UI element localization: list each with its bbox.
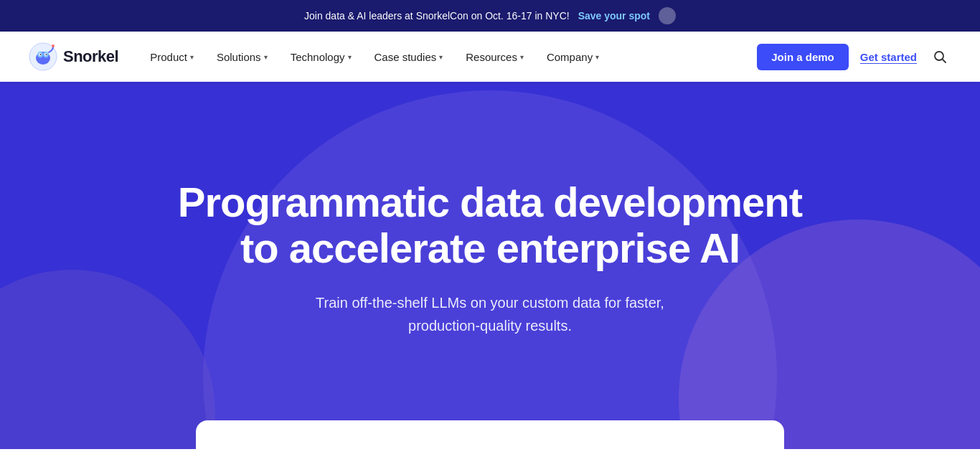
- chevron-down-icon: ▾: [439, 53, 443, 61]
- hero-title: Programmatic data development to acceler…: [167, 179, 813, 271]
- join-demo-button[interactable]: Join a demo: [757, 44, 849, 70]
- announcement-dot: [659, 7, 676, 24]
- chevron-down-icon: ▾: [595, 53, 599, 61]
- announcement-bar: Join data & AI leaders at SnorkelCon on …: [0, 0, 980, 32]
- search-button[interactable]: [928, 45, 951, 68]
- nav-item-product[interactable]: Product ▾: [140, 45, 204, 69]
- nav-logo[interactable]: Snorkel: [29, 42, 118, 71]
- announcement-text: Join data & AI leaders at SnorkelCon on …: [304, 10, 570, 22]
- nav-actions: Join a demo Get started: [757, 44, 951, 70]
- hero-blob-left: [0, 270, 215, 449]
- nav-item-company[interactable]: Company ▾: [537, 45, 609, 69]
- hero-subtitle: Train off-the-shelf LLMs on your custom …: [303, 291, 677, 337]
- chevron-down-icon: ▾: [190, 53, 194, 61]
- svg-point-8: [52, 44, 55, 47]
- chevron-down-icon: ▾: [348, 53, 352, 61]
- nav-item-resources[interactable]: Resources ▾: [456, 45, 534, 69]
- get-started-button[interactable]: Get started: [860, 51, 917, 63]
- nav-logo-text: Snorkel: [63, 47, 118, 66]
- nav-links: Product ▾ Solutions ▾ Technology ▾ Case …: [140, 45, 757, 69]
- svg-line-10: [943, 60, 946, 62]
- chevron-down-icon: ▾: [520, 53, 524, 61]
- search-icon: [933, 49, 947, 64]
- main-nav: Snorkel Product ▾ Solutions ▾ Technology…: [0, 32, 980, 82]
- svg-point-9: [935, 52, 943, 60]
- logo-icon: [29, 42, 57, 71]
- svg-point-7: [46, 54, 47, 55]
- nav-item-solutions[interactable]: Solutions ▾: [207, 45, 278, 69]
- nav-item-technology[interactable]: Technology ▾: [281, 45, 362, 69]
- announcement-cta[interactable]: Save your spot: [578, 10, 650, 22]
- svg-point-6: [40, 54, 42, 55]
- hero-section: Programmatic data development to acceler…: [0, 82, 980, 449]
- hero-card-peek: [196, 420, 784, 449]
- nav-item-case-studies[interactable]: Case studies ▾: [364, 45, 453, 69]
- chevron-down-icon: ▾: [264, 53, 268, 61]
